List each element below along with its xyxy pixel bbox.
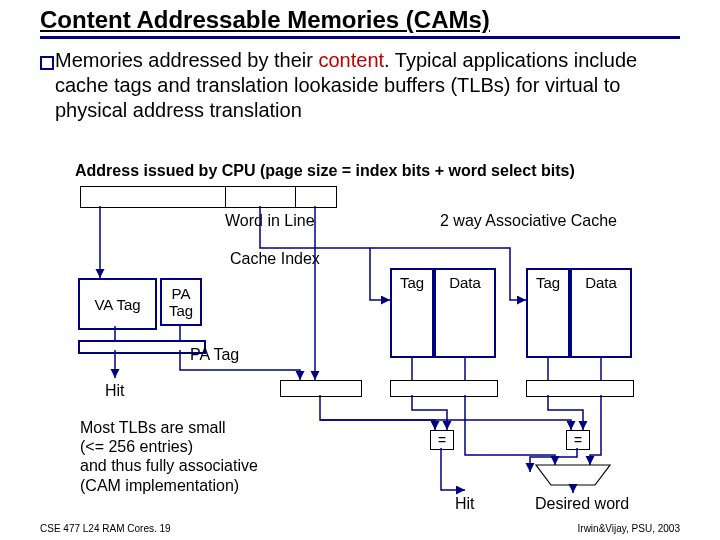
cache-way2-tag: Tag <box>526 268 570 358</box>
data1-text: Data <box>449 274 481 291</box>
data2-text: Data <box>585 274 617 291</box>
way2-latch <box>526 380 634 397</box>
pa-tag-arrow-label: PA Tag <box>190 346 239 364</box>
tlb-select-bar <box>78 340 206 354</box>
pa-tag-latch <box>280 380 362 397</box>
bullet-icon <box>40 56 54 70</box>
eq2-text: = <box>574 432 582 448</box>
pa-tag-line1: PA <box>172 285 191 302</box>
tag1-text: Tag <box>400 274 424 291</box>
desired-word-label: Desired word <box>535 495 629 513</box>
title-underline <box>40 36 680 39</box>
bullet-part1: Memories addressed by their <box>55 49 318 71</box>
cache-way2-data: Data <box>570 268 632 358</box>
tlb-note-l2: (<= 256 entries) <box>80 438 193 455</box>
comparator-2: = <box>566 430 590 450</box>
address-field-word <box>295 186 337 208</box>
footer-right: Irwin&Vijay, PSU, 2003 <box>578 523 680 534</box>
pa-tag-line2: Tag <box>169 302 193 319</box>
va-tag-box: VA Tag <box>78 278 157 330</box>
tlb-note: Most TLBs are small (<= 256 entries) and… <box>80 418 258 495</box>
tlb-note-l1: Most TLBs are small <box>80 419 226 436</box>
tag2-text: Tag <box>536 274 560 291</box>
assoc-cache-label: 2 way Associative Cache <box>440 212 617 230</box>
tlb-note-l3: and thus fully associative <box>80 457 258 474</box>
hit-left-label: Hit <box>105 382 125 400</box>
comparator-1: = <box>430 430 454 450</box>
footer-left: CSE 477 L24 RAM Cores. 19 <box>40 523 171 534</box>
tlb-note-l4: (CAM implementation) <box>80 477 239 494</box>
word-in-line-label: Word in Line <box>225 212 315 230</box>
address-issued-caption: Address issued by CPU (page size = index… <box>75 162 575 180</box>
bullet-text: Memories addressed by their content. Typ… <box>55 48 675 123</box>
va-tag-text: VA Tag <box>94 296 140 313</box>
cache-index-label: Cache Index <box>230 250 320 268</box>
eq1-text: = <box>438 432 446 448</box>
bullet-content-word: content <box>318 49 384 71</box>
address-field-index <box>225 186 297 208</box>
cache-way1-tag: Tag <box>390 268 434 358</box>
address-field-tag <box>80 186 227 208</box>
slide-title: Content Addressable Memories (CAMs) <box>40 6 490 34</box>
hit-bottom-label: Hit <box>455 495 475 513</box>
cache-way1-data: Data <box>434 268 496 358</box>
pa-tag-box: PA Tag <box>160 278 202 326</box>
way1-latch <box>390 380 498 397</box>
